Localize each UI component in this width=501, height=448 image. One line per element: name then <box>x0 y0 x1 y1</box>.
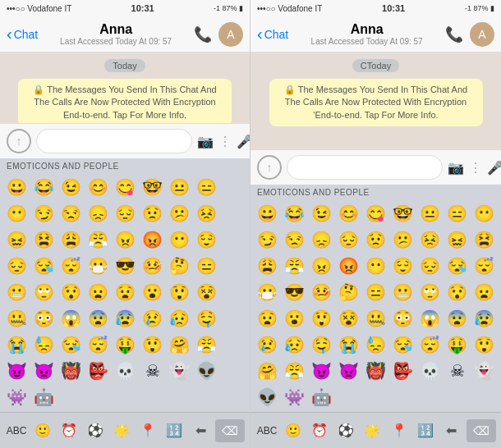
emoji-cell[interactable]: 😊 <box>85 174 112 200</box>
emoji-cell[interactable]: 😋 <box>112 174 139 200</box>
emoji-cell[interactable]: 🤗 <box>254 358 281 384</box>
emoji-cell[interactable]: 👻 <box>166 358 193 384</box>
emoji-cell[interactable]: 😯 <box>444 279 471 305</box>
emoji-cell[interactable]: 😞 <box>85 200 112 226</box>
kb-sports-right[interactable]: ⚽ <box>334 419 357 442</box>
emoji-cell[interactable]: 😥 <box>281 331 308 358</box>
emoji-cell[interactable]: 😴 <box>85 331 112 358</box>
kb-clock-right[interactable]: ⏰ <box>308 419 331 442</box>
emoji-cell[interactable]: 😲 <box>308 305 335 331</box>
emoji-cell[interactable]: 🤖 <box>308 384 335 410</box>
emoji-cell[interactable]: 😔 <box>416 253 444 279</box>
kb-symbols-left[interactable]: 🔢 <box>163 419 186 442</box>
emoji-cell[interactable]: 😩 <box>57 226 85 253</box>
emoji-cell[interactable]: 🤗 <box>166 331 193 358</box>
emoji-cell[interactable]: 😊 <box>335 200 362 226</box>
emoji-cell[interactable]: 💀 <box>112 358 139 384</box>
emoji-cell[interactable]: 😀 <box>254 200 281 226</box>
emoji-cell[interactable]: 😵 <box>335 305 362 331</box>
emoji-cell[interactable]: 😶 <box>166 226 193 253</box>
emoji-cell[interactable]: 👿 <box>335 358 362 384</box>
emoji-cell[interactable]: 😶 <box>3 200 30 226</box>
emoji-cell[interactable]: 😱 <box>57 305 85 331</box>
camera-icon-left[interactable]: 📷 <box>197 134 214 149</box>
emoji-cell[interactable]: 😑 <box>193 174 220 200</box>
emoji-cell[interactable]: 🤔 <box>335 279 362 305</box>
kb-sports-left[interactable]: ⚽ <box>84 419 107 442</box>
emoji-cell[interactable]: 😨 <box>85 305 112 331</box>
emoji-cell[interactable]: 😰 <box>471 305 498 331</box>
emoji-cell[interactable]: 😲 <box>139 331 166 358</box>
emoji-cell[interactable]: 😬 <box>389 279 416 305</box>
kb-symbols-right[interactable]: 🔢 <box>414 419 437 442</box>
emoji-cell[interactable]: 😋 <box>362 200 389 226</box>
emoji-cell[interactable]: 😦 <box>85 279 112 305</box>
avatar-right[interactable]: A <box>470 22 494 47</box>
emoji-cell[interactable]: 🤤 <box>193 305 220 331</box>
emoji-cell[interactable]: 🙄 <box>30 279 57 305</box>
emoji-cell[interactable]: 😎 <box>281 279 308 305</box>
avatar-left[interactable]: A <box>218 22 243 47</box>
emoji-cell[interactable]: 😶 <box>471 200 498 226</box>
emoji-cell[interactable]: 😳 <box>389 305 416 331</box>
emoji-cell[interactable]: 😯 <box>57 279 85 305</box>
kb-delete-right[interactable]: ⌫ <box>467 419 496 442</box>
emoji-cell[interactable]: 😫 <box>30 226 57 253</box>
emoji-cell[interactable]: 😠 <box>308 253 335 279</box>
emoji-cell[interactable]: 😱 <box>416 305 444 331</box>
expand-button-right[interactable]: ↑ <box>257 155 282 180</box>
emoji-cell[interactable]: 😉 <box>308 200 335 226</box>
emoji-cell[interactable]: 🤒 <box>308 279 335 305</box>
emoji-cell[interactable]: 😮 <box>139 279 166 305</box>
emoji-cell[interactable]: 🤐 <box>3 305 30 331</box>
emoji-cell[interactable]: 😎 <box>112 253 139 279</box>
system-message-right[interactable]: 🔒 The Messages You Send In This Chat And… <box>269 79 483 126</box>
kb-emoji-left[interactable]: 🙂 <box>31 419 54 442</box>
kb-places-left[interactable]: 📍 <box>136 419 159 442</box>
emoji-cell[interactable]: 😕 <box>166 200 193 226</box>
emoji-cell[interactable]: 🙄 <box>416 279 444 305</box>
message-input-left[interactable] <box>36 129 192 153</box>
emoji-cell[interactable]: 😓 <box>362 331 389 358</box>
emoji-cell[interactable]: 👿 <box>30 358 57 384</box>
emoji-cell[interactable]: 😴 <box>416 331 444 358</box>
emoji-cell[interactable]: 😟 <box>139 200 166 226</box>
emoji-cell[interactable]: 😮 <box>281 305 308 331</box>
kb-places-right[interactable]: 📍 <box>388 419 411 442</box>
emoji-cell[interactable]: 😖 <box>3 226 30 253</box>
emoji-cell[interactable]: 😷 <box>85 253 112 279</box>
emoji-cell[interactable]: 😤 <box>85 226 112 253</box>
emoji-cell[interactable]: 😤 <box>193 331 220 358</box>
emoji-cell[interactable]: 😏 <box>30 200 57 226</box>
kb-clock-left[interactable]: ⏰ <box>57 419 80 442</box>
emoji-cell[interactable]: 👻 <box>471 358 498 384</box>
emoji-cell[interactable]: 😠 <box>112 226 139 253</box>
emoji-cell[interactable]: 😷 <box>254 279 281 305</box>
emoji-cell[interactable]: 😪 <box>30 253 57 279</box>
kb-nature-right[interactable]: 🌟 <box>361 419 384 442</box>
emoji-cell[interactable]: 🤖 <box>30 384 57 410</box>
emoji-cell[interactable]: 😭 <box>3 331 30 358</box>
emoji-cell[interactable]: 😫 <box>471 226 498 253</box>
kb-abc-right[interactable]: ABC <box>255 419 278 442</box>
emoji-cell[interactable]: 😑 <box>362 279 389 305</box>
emoji-cell[interactable]: 😪 <box>444 253 471 279</box>
emoji-cell[interactable]: 🤓 <box>139 174 166 200</box>
emoji-cell[interactable]: 😑 <box>193 253 220 279</box>
kb-back-left[interactable]: ⬅ <box>189 419 212 442</box>
emoji-cell[interactable]: 🤑 <box>444 331 471 358</box>
emoji-cell[interactable]: 😨 <box>444 305 471 331</box>
emoji-cell[interactable]: 😡 <box>335 253 362 279</box>
emoji-cell[interactable]: 😬 <box>3 279 30 305</box>
kb-back-right[interactable]: ⬅ <box>440 419 463 442</box>
emoji-cell[interactable]: 😌 <box>193 226 220 253</box>
emoji-cell[interactable]: 😴 <box>57 253 85 279</box>
emoji-cell[interactable]: 😣 <box>416 226 444 253</box>
emoji-cell[interactable]: 😤 <box>281 358 308 384</box>
back-button-right[interactable]: ‹ Chat <box>257 25 288 43</box>
emoji-cell[interactable]: 👽 <box>193 358 220 384</box>
kb-abc-left[interactable]: ABC <box>5 419 28 442</box>
message-input-right[interactable] <box>287 155 443 180</box>
emoji-cell[interactable]: 🤐 <box>362 305 389 331</box>
emoji-cell[interactable]: 😢 <box>254 331 281 358</box>
